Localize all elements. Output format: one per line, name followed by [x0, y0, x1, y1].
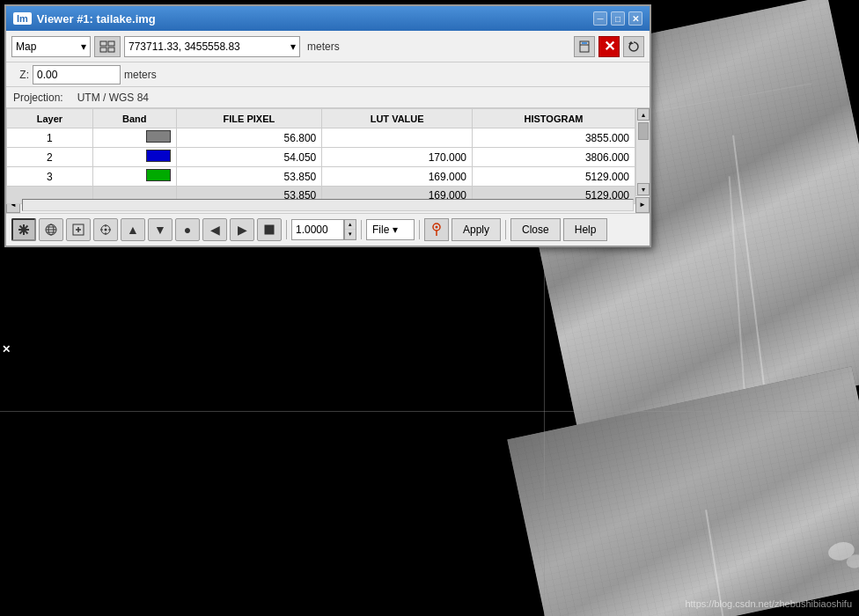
toolbar-separator-1 — [286, 220, 287, 239]
nav-scroll-row: ◄ ► — [6, 196, 650, 214]
triangle-up-button[interactable]: ▲ — [121, 218, 145, 241]
row3-band — [92, 167, 176, 187]
z-value: 0.00 — [37, 69, 57, 81]
svg-point-25 — [105, 229, 107, 231]
zoom-value-input[interactable]: 1.0000 — [291, 219, 344, 240]
svg-marker-7 — [628, 41, 634, 44]
bookmark-button[interactable] — [574, 36, 595, 57]
scroll-up-arrow[interactable]: ▴ — [637, 108, 650, 121]
coord-dropdown-icon: ▾ — [290, 40, 296, 53]
row3-histogram: 5129.000 — [473, 167, 635, 187]
table-row: 3 53.850 169.000 5129.000 — [7, 167, 635, 187]
row3-lut-value: 169.000 — [322, 167, 473, 187]
bookmark-icon — [578, 40, 591, 53]
col-header-histogram: HISTOGRAM — [473, 109, 635, 128]
arrow-left-button[interactable]: ◀ — [202, 218, 227, 241]
zoom-up-button[interactable]: ▴ — [345, 220, 356, 230]
crosshair-button[interactable] — [93, 218, 118, 241]
svg-rect-1 — [108, 41, 114, 46]
close-button[interactable]: Close — [510, 218, 561, 241]
app-logo: Im — [13, 12, 32, 25]
plus-box-button[interactable] — [66, 218, 91, 241]
z-label: Z: — [11, 69, 29, 81]
projection-label: Projection: — [13, 92, 63, 104]
file-chevron-icon: ▾ — [393, 224, 398, 236]
crosshair-horizontal — [0, 411, 859, 412]
z-value-display[interactable]: 0.00 — [33, 65, 121, 84]
row2-file-pixel: 54.050 — [176, 148, 322, 167]
refresh-icon — [628, 40, 640, 53]
row2-layer: 2 — [7, 148, 93, 167]
asterisk-tool-button[interactable] — [11, 218, 36, 241]
row1-band — [92, 128, 176, 148]
row3-layer: 3 — [7, 167, 93, 187]
coordinate-display[interactable]: 773711.33, 3455558.83 ▾ — [124, 36, 300, 57]
grid-toggle-button[interactable] — [94, 36, 121, 57]
row1-layer: 1 — [7, 128, 93, 148]
projection-value: UTM / WGS 84 — [77, 92, 149, 104]
asterisk-icon — [18, 224, 30, 236]
x-marker: ✕ — [2, 343, 11, 356]
zoom-control: 1.0000 ▴ ▾ — [291, 219, 356, 240]
table-scrollbar[interactable]: ▴ ▾ — [635, 108, 650, 195]
minimize-button[interactable]: ─ — [593, 11, 607, 26]
viewer-panel: Im Viewer #1: tailake.img ─ □ ✕ Map ▾ 77… — [4, 4, 651, 247]
svg-rect-26 — [265, 225, 274, 234]
svg-point-29 — [436, 226, 438, 229]
horizontal-scrollbar-track[interactable] — [22, 199, 634, 211]
crosshair-icon — [99, 224, 112, 236]
data-table-container: Layer Band FILE PIXEL LUT VALUE HISTOGRA… — [6, 108, 650, 196]
scroll-thumb[interactable] — [638, 122, 649, 140]
maximize-button[interactable]: □ — [611, 11, 625, 26]
band-color-2 — [146, 150, 171, 162]
svg-rect-0 — [100, 41, 106, 46]
pin-icon — [430, 223, 443, 237]
table-row: 2 54.050 170.000 3806.000 — [7, 148, 635, 167]
scroll-down-arrow[interactable]: ▾ — [637, 183, 650, 195]
row1-histogram: 3855.000 — [473, 128, 635, 148]
triangle-down-button[interactable]: ▼ — [148, 218, 173, 241]
circle-button[interactable]: ● — [175, 218, 200, 241]
svg-rect-2 — [100, 48, 106, 52]
crosshair-vertical — [544, 242, 545, 616]
zoom-spinner[interactable]: ▴ ▾ — [344, 219, 356, 240]
coordinate-value: 773711.33, 3455558.83 — [128, 40, 240, 53]
file-label: File — [372, 224, 389, 236]
toolbar-separator-4 — [505, 220, 506, 239]
plus-box-icon — [72, 224, 84, 236]
watermark: https://blog.csdn.net/zhebushibiaoshifu — [685, 598, 852, 609]
globe-icon — [44, 224, 58, 236]
close-window-button[interactable]: ✕ — [628, 11, 642, 26]
window-title: Viewer #1: tailake.img — [37, 12, 593, 26]
band-color-1 — [146, 130, 171, 143]
bottom-toolbar: ▲ ▼ ● ◀ ▶ 1.0000 ▴ ▾ File ▾ — [6, 214, 650, 246]
arrow-right-button[interactable]: ▶ — [230, 218, 254, 241]
row3-file-pixel: 53.850 — [176, 167, 322, 187]
row2-band — [92, 148, 176, 167]
toolbar-separator-2 — [361, 220, 362, 239]
toolbar-row-1: Map ▾ 773711.33, 3455558.83 ▾ meters — [6, 31, 650, 62]
title-bar: Im Viewer #1: tailake.img ─ □ ✕ — [6, 6, 650, 31]
satellite-image-bottom — [507, 366, 859, 616]
col-header-layer: Layer — [7, 109, 93, 128]
globe-tool-button[interactable] — [39, 218, 63, 241]
z-units-label: meters — [124, 69, 157, 81]
box-button[interactable] — [257, 218, 282, 241]
help-button[interactable]: Help — [563, 218, 608, 241]
z-row: Z: 0.00 meters — [6, 62, 650, 87]
table-row: 1 56.800 3855.000 — [7, 128, 635, 148]
pixel-data-table: Layer Band FILE PIXEL LUT VALUE HISTOGRA… — [6, 108, 635, 204]
refresh-button[interactable] — [623, 36, 644, 57]
box-icon — [263, 224, 275, 236]
apply-button[interactable]: Apply — [452, 218, 501, 241]
chevron-down-icon: ▾ — [81, 40, 86, 53]
pin-button[interactable] — [424, 218, 449, 241]
col-header-file-pixel: FILE PIXEL — [176, 109, 322, 128]
units-label: meters — [304, 40, 343, 53]
file-dropdown[interactable]: File ▾ — [366, 219, 415, 240]
map-dropdown[interactable]: Map ▾ — [11, 36, 91, 57]
scroll-right-arrow[interactable]: ► — [635, 197, 650, 213]
toolbar-separator-3 — [419, 220, 420, 239]
delete-button[interactable]: ✕ — [598, 36, 620, 57]
zoom-down-button[interactable]: ▾ — [345, 230, 356, 239]
